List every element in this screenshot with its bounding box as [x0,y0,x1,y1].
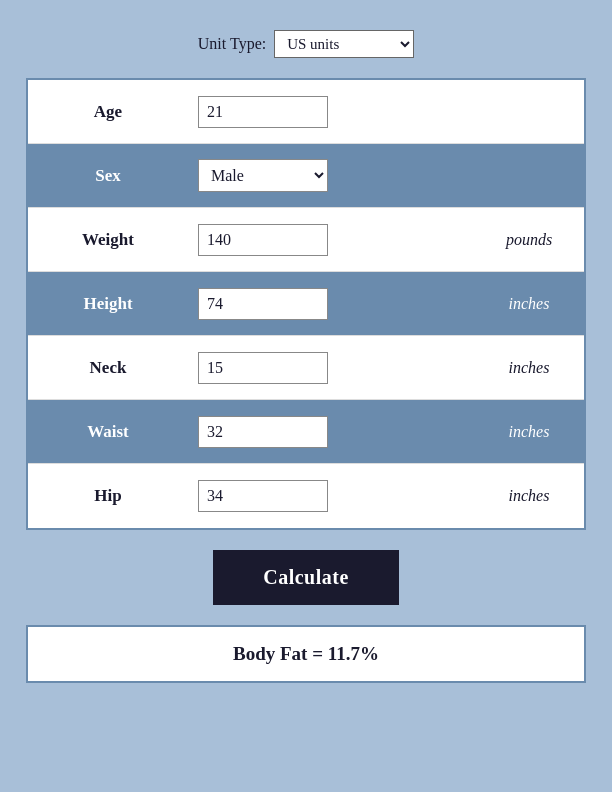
weight-unit: pounds [474,221,584,259]
height-label: Height [28,284,188,324]
result-text: Body Fat = 11.7% [233,643,379,664]
sex-row: Sex Male Female [28,144,584,208]
sex-unit [474,166,584,186]
weight-input[interactable] [198,224,328,256]
hip-input[interactable] [198,480,328,512]
unit-type-label: Unit Type: [198,35,266,53]
hip-unit: inches [474,477,584,515]
waist-label: Waist [28,412,188,452]
neck-unit: inches [474,349,584,387]
neck-row: Neck inches [28,336,584,400]
result-box: Body Fat = 11.7% [26,625,586,683]
unit-type-row: Unit Type: US units Metric units [198,30,414,58]
unit-type-select[interactable]: US units Metric units [274,30,414,58]
height-unit: inches [474,285,584,323]
neck-label: Neck [28,348,188,388]
weight-row: Weight pounds [28,208,584,272]
form-table: Age Sex Male Female Weight pounds Height… [26,78,586,530]
sex-select[interactable]: Male Female [198,159,328,192]
age-input[interactable] [198,96,328,128]
waist-unit: inches [474,413,584,451]
age-unit [474,102,584,122]
hip-row: Hip inches [28,464,584,528]
weight-label: Weight [28,220,188,260]
waist-input[interactable] [198,416,328,448]
waist-row: Waist inches [28,400,584,464]
height-input[interactable] [198,288,328,320]
age-row: Age [28,80,584,144]
height-row: Height inches [28,272,584,336]
calculate-button[interactable]: Calculate [213,550,399,605]
age-label: Age [28,92,188,132]
neck-input[interactable] [198,352,328,384]
hip-label: Hip [28,476,188,516]
sex-label: Sex [28,156,188,196]
